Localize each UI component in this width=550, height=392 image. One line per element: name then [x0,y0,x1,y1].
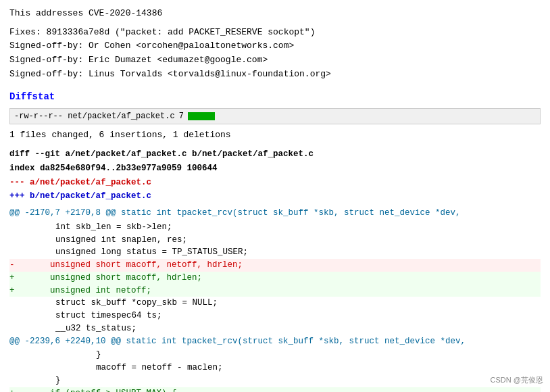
diff-from: --- a/net/packet/af_packet.c [9,176,541,189]
intro-section: This addresses CVE-2020-14386 [9,7,541,20]
fixes-line3: Signed-off-by: Eric Dumazet <edumazet@go… [9,53,541,68]
diff-header2: index da8254e680f94..2b33e977a9059 10064… [9,162,541,175]
diff-to: +++ b/net/packet/af_packet.c [9,190,541,203]
diff-line: struct sk_buff *copy_skb = NULL; [9,297,541,310]
diff-lines1: int skb_len = skb->len; unsigned int sna… [9,221,541,335]
diff-header1: diff --git a/net/packet/af_packet.c b/ne… [9,148,541,161]
main-container: This addresses CVE-2020-14386 Fixes: 891… [0,0,550,392]
diff-line: unsigned long status = TP_STATUS_USER; [9,246,541,259]
diffstat-bar-row: -rw-r--r-- net/packet/af_packet.c 7 [9,108,541,124]
watermark: CSDN @芫俊恩 [491,375,543,385]
fixes-line4: Signed-off-by: Linus Torvalds <torvalds@… [9,68,541,82]
diffstat-filename: -rw-r--r-- net/packet/af_packet.c [14,110,175,122]
diff-line: int skb_len = skb->len; [9,221,541,234]
diff-hunk1: @@ -2170,7 +2170,8 @@ static int tpacket… [9,207,541,220]
diff-line: + unsigned int netoff; [9,285,541,297]
fixes-section: Fixes: 8913336a7e8d ("packet: add PACKET… [9,26,541,82]
diff-line: } [9,349,541,362]
fixes-line2: Signed-off-by: Or Cohen <orcohen@paloalt… [9,39,541,53]
diff-hunk2: @@ -2239,6 +2240,10 @@ static int tpacke… [9,335,541,348]
diff-lines2: } macoff = netoff - maclen; }+ if (netof… [9,349,541,392]
diff-line: + if (netoff > USHRT_MAX) { [9,387,541,392]
diff-line: __u32 ts_status; [9,322,541,335]
diffstat-bar [188,112,215,120]
diffstat-summary: 1 files changed, 6 insertions, 1 deletio… [9,128,541,142]
diff-line: - unsigned short macoff, netoff, hdrlen; [9,259,541,272]
diff-line: } [9,374,541,387]
cve-line: This addresses CVE-2020-14386 [9,8,162,18]
diff-line: struct timespec64 ts; [9,310,541,322]
diff-line: unsigned int snaplen, res; [9,234,541,247]
diffstat-count: 7 [179,110,184,122]
diffstat-title: Diffstat [9,90,541,104]
diff-section: diff --git a/net/packet/af_packet.c b/ne… [9,148,541,392]
diff-line: + unsigned short macoff, hdrlen; [9,272,541,285]
fixes-line1: Fixes: 8913336a7e8d ("packet: add PACKET… [9,26,541,40]
diff-line: macoff = netoff - maclen; [9,362,541,374]
diffstat-section: Diffstat -rw-r--r-- net/packet/af_packet… [9,90,541,142]
